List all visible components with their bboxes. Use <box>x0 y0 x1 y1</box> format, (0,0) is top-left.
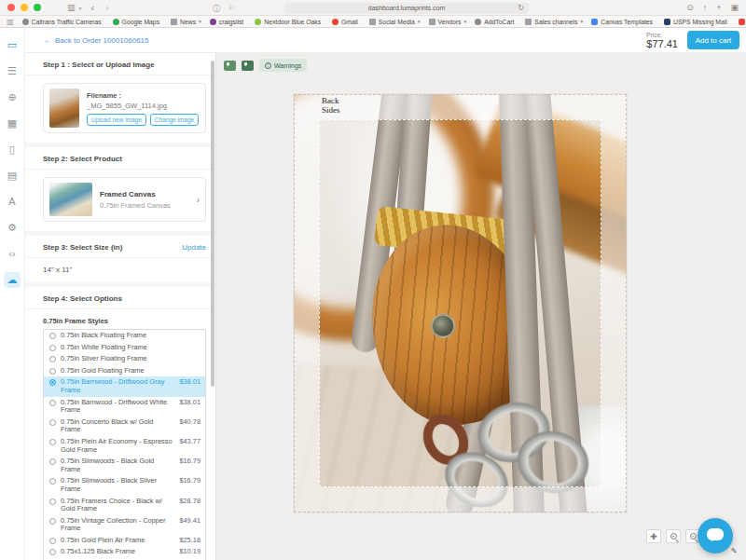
zoom-in-button[interactable]: + <box>666 529 681 543</box>
back-to-order-link[interactable]: ← Back to Order 10001060615 <box>44 36 149 45</box>
option-price: $16.79 <box>179 458 200 466</box>
frame-style-option[interactable]: 0.75in Vintage Collection - Copper Frame… <box>44 515 205 535</box>
frame-style-option[interactable]: 0.75in White Floating Frame <box>44 342 205 354</box>
frame-style-option[interactable]: 0.75in Barnwood - Driftwood Gray Frame $… <box>44 376 205 396</box>
rail-item-chat[interactable]: ☁ <box>4 272 21 288</box>
radio-icon[interactable] <box>49 356 56 362</box>
radio-icon[interactable] <box>49 419 56 426</box>
order-header: ← Back to Order 10001060615 Price: $77.4… <box>25 28 746 53</box>
canvas-preview-image[interactable]: Back Sides <box>294 94 627 512</box>
bookmark-list: Caltrans Traffic Cameras Google Maps New… <box>22 19 746 25</box>
option-price: $40.78 <box>179 418 200 427</box>
change-image-button[interactable]: Change image <box>150 114 199 126</box>
reader-icon[interactable]: ⚐ <box>228 4 235 12</box>
frame-style-option[interactable]: 0.75in Framers Choice - Black w/ Gold Fr… <box>44 496 205 515</box>
bookmark-vendors[interactable]: Vendors ▾ <box>429 19 467 25</box>
bookmark-social-media[interactable]: Social Media ▾ <box>369 19 421 25</box>
bookmark-canvas-templates[interactable]: Canvas Templates <box>591 19 656 25</box>
sidebar-caret-icon[interactable]: ▾ <box>79 5 82 11</box>
radio-icon[interactable] <box>49 499 56 505</box>
bookmark-label: News <box>180 19 196 25</box>
address-bar[interactable]: dashboard.lumaprints.com ↻ <box>284 3 529 14</box>
rail-item-calendar[interactable]: ▤ <box>4 168 21 184</box>
product-card[interactable]: Framed Canvas 0.75in Framed Canvas › <box>43 177 206 222</box>
radio-icon[interactable] <box>49 458 56 465</box>
bookmark-sales-channels[interactable]: Sales channels ▾ <box>525 19 583 25</box>
image-thumbnail[interactable] <box>49 89 79 128</box>
bookmark-craigslist[interactable]: craigslist <box>210 19 246 25</box>
radio-icon[interactable] <box>49 439 56 445</box>
frame-style-option[interactable]: 0.75x1.125 Black Frame $10.19 <box>44 546 205 558</box>
bookmarks-grid-icon[interactable]: ▥ <box>7 18 14 26</box>
rail-item-products[interactable]: ▦ <box>4 116 21 131</box>
frame-style-option[interactable]: 0.75in Concerto Black w/ Gold Frame $40.… <box>44 417 205 436</box>
add-to-cart-button[interactable]: Add to cart <box>687 31 739 49</box>
rail-item-typography[interactable]: A <box>4 194 21 210</box>
frame-style-option[interactable]: 0.75in Black Floating Frame <box>44 330 205 342</box>
bookmark-caret-icon: ▾ <box>580 19 583 24</box>
bookmark-adobe[interactable]: Adobe Create Magazine <box>739 19 746 25</box>
bookmark-label: USPS Missing Mail <box>673 19 727 25</box>
price-value: $77.41 <box>646 38 678 49</box>
update-size-link[interactable]: Update <box>182 243 206 252</box>
frame-style-option[interactable]: 0.75in Gold Floating Frame <box>44 365 205 377</box>
option-label: 0.75in Vintage Collection - Copper Frame <box>61 517 174 533</box>
option-label: 0.75in White Floating Frame <box>61 344 196 352</box>
forward-nav-button[interactable]: › <box>105 2 109 13</box>
radio-icon[interactable] <box>49 518 56 525</box>
rail-item-code[interactable]: ‹› <box>4 246 21 262</box>
warnings-toggle[interactable]: ! Warnings <box>259 59 307 72</box>
zoom-window-button[interactable] <box>34 4 41 11</box>
frame-style-option[interactable]: 0.75in Silver Floating Frame <box>44 353 205 365</box>
rail-item-settings[interactable]: ⚙ <box>4 220 21 236</box>
bookmark-nextdoor[interactable]: Nextdoor Blue Oaks <box>255 19 324 25</box>
frame-style-option[interactable]: 0.75in Plein Air Economy - Espresso Gold… <box>44 436 205 456</box>
option-price: $25.18 <box>179 537 200 545</box>
new-tab-icon[interactable]: + <box>716 3 721 13</box>
bookmark-usps[interactable]: USPS Missing Mail <box>664 19 730 25</box>
upload-new-image-button[interactable]: Upload new image <box>87 114 146 126</box>
frame-style-option[interactable]: 0.75in Slimwoods - Black Gold Frame $16.… <box>44 456 205 475</box>
bookmark-caltrans[interactable]: Caltrans Traffic Cameras <box>22 19 104 25</box>
pan-button[interactable]: ✚ <box>646 529 661 543</box>
radio-icon[interactable] <box>49 400 56 406</box>
privacy-shield-icon[interactable]: ⓘ <box>213 4 220 14</box>
price-block: Price: $77.41 <box>646 32 678 49</box>
rail-item-menu[interactable]: ☰ <box>4 63 21 79</box>
bookmark-gmail[interactable]: Gmail <box>332 19 361 25</box>
frame-style-option[interactable]: 0.75in Slimwoods - Black Silver Frame $1… <box>44 475 205 495</box>
frame-style-option[interactable]: 0.75in Barnwood - Driftwood White Frame … <box>44 397 205 417</box>
minimize-window-button[interactable] <box>21 4 28 11</box>
rail-item-device[interactable]: ▯ <box>4 142 21 157</box>
config-panel: Step 1 : Select or Upload Image Filename… <box>25 53 216 560</box>
rail-item-orders[interactable]: ▭ <box>4 37 21 53</box>
close-window-button[interactable] <box>7 4 15 11</box>
tab-overview-icon[interactable]: ▣ <box>730 3 739 13</box>
bookmark-caret-icon: ▾ <box>418 19 421 24</box>
bookmark-addtocart[interactable]: AddToCart <box>475 19 517 25</box>
radio-icon[interactable] <box>49 333 56 339</box>
radio-icon[interactable] <box>49 538 56 544</box>
bookmark-label: Gmail <box>341 19 358 25</box>
rail-item-globe[interactable]: ⊕ <box>4 89 21 105</box>
radio-icon[interactable] <box>49 379 56 386</box>
option-label: 0.75x1.125 Black Frame <box>61 548 174 556</box>
bookmark-google-maps[interactable]: Google Maps <box>113 19 162 25</box>
sidebar-toggle-icon[interactable]: ▥ <box>67 4 76 12</box>
back-nav-button[interactable]: ‹ <box>91 2 95 13</box>
bookmark-news[interactable]: News ▾ <box>171 19 201 25</box>
reload-icon[interactable]: ↻ <box>518 4 524 12</box>
radio-icon[interactable] <box>49 478 56 485</box>
option-label: 0.75in Gold Floating Frame <box>61 367 196 376</box>
share-icon[interactable]: ↑ <box>703 3 708 13</box>
chat-widget-button[interactable] <box>698 518 733 553</box>
image-preview-icon[interactable] <box>242 61 254 71</box>
radio-icon[interactable] <box>49 368 56 375</box>
bookmark-label: Vendors <box>438 19 462 25</box>
panel-scrollbar[interactable] <box>211 61 214 387</box>
image-layer-icon[interactable] <box>224 61 236 71</box>
radio-icon[interactable] <box>49 549 56 555</box>
radio-icon[interactable] <box>49 345 56 351</box>
downloads-icon[interactable]: ⊙ <box>686 3 694 13</box>
frame-style-option[interactable]: 0.75in Gold Plein Air Frame $25.18 <box>44 535 205 547</box>
